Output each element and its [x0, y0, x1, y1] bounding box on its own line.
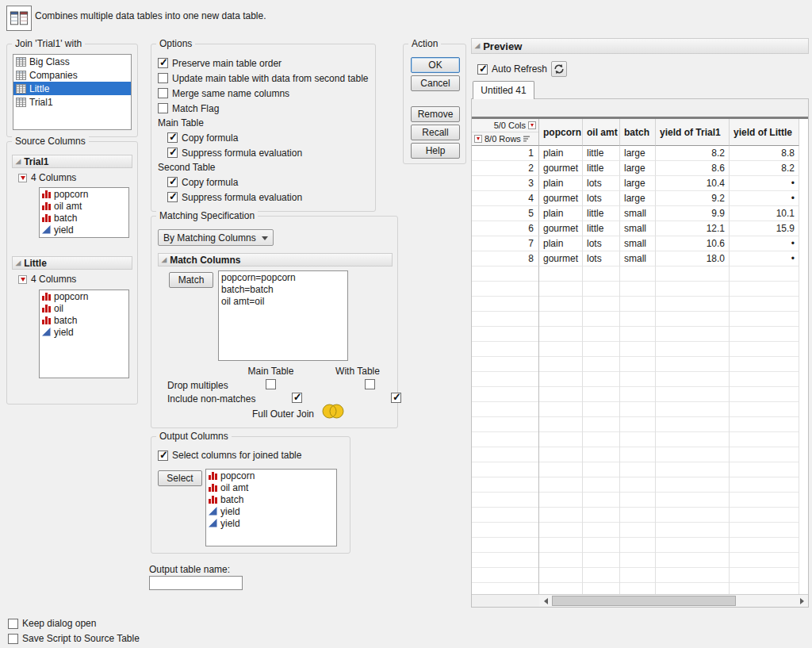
- columns-menu-icon[interactable]: [528, 121, 536, 129]
- match-flag-checkbox[interactable]: [158, 103, 168, 113]
- trial1-outline-header[interactable]: ◢ Trial1: [12, 155, 132, 168]
- column-header[interactable]: yield of Little: [730, 119, 799, 146]
- ok-button[interactable]: OK: [411, 57, 460, 73]
- table-cell[interactable]: lots: [583, 251, 620, 266]
- column-header[interactable]: batch: [620, 119, 656, 146]
- preview-outline-header[interactable]: ◢ Preview: [471, 38, 809, 54]
- table-cell[interactable]: 9.9: [656, 206, 730, 221]
- select-button[interactable]: Select: [158, 470, 202, 486]
- drop-multiples-main-checkbox[interactable]: [266, 379, 276, 389]
- table-cell[interactable]: small: [620, 236, 656, 251]
- select-columns-checkbox[interactable]: [158, 451, 168, 461]
- table-cell[interactable]: little: [583, 161, 620, 176]
- refresh-button[interactable]: [551, 61, 567, 77]
- table-cell[interactable]: 15.9: [730, 221, 799, 236]
- output-table-name-input[interactable]: [149, 576, 243, 590]
- little-outline-header[interactable]: ◢ Little: [12, 256, 132, 270]
- column-item[interactable]: yield: [40, 224, 128, 236]
- auto-refresh-checkbox[interactable]: [477, 64, 488, 75]
- main-suppress-formula-checkbox[interactable]: [167, 148, 178, 158]
- recall-button[interactable]: Recall: [411, 125, 460, 140]
- include-non-matches-with-checkbox[interactable]: [391, 393, 401, 403]
- cancel-button[interactable]: Cancel: [411, 75, 460, 91]
- table-cell[interactable]: gourmet: [539, 161, 583, 176]
- table-cell[interactable]: little: [583, 221, 620, 236]
- matching-method-dropdown[interactable]: By Matching Columns: [158, 229, 274, 246]
- column-item[interactable]: popcorn: [206, 470, 336, 481]
- join-table-item[interactable]: Little: [13, 82, 131, 95]
- table-cell[interactable]: small: [620, 206, 656, 221]
- table-cell[interactable]: •: [730, 176, 799, 191]
- column-header[interactable]: yield of Trial1: [656, 119, 730, 146]
- table-cell[interactable]: 8.2: [656, 146, 730, 161]
- merge-same-name-columns-checkbox[interactable]: [158, 88, 168, 98]
- row-number[interactable]: 8: [472, 251, 539, 266]
- table-cell[interactable]: large: [620, 161, 656, 176]
- preserve-main-table-order-checkbox[interactable]: [158, 58, 168, 68]
- table-cell[interactable]: 10.6: [656, 236, 730, 251]
- update-main-table-checkbox[interactable]: [158, 73, 168, 83]
- preview-tab[interactable]: Untitled 41: [473, 81, 534, 99]
- table-cell[interactable]: 18.0: [656, 251, 730, 266]
- column-item[interactable]: batch: [40, 314, 128, 326]
- column-item[interactable]: oil: [40, 302, 128, 314]
- row-number[interactable]: 7: [472, 236, 539, 251]
- table-cell[interactable]: •: [730, 236, 799, 251]
- scroll-left-button[interactable]: [539, 595, 552, 607]
- table-cell[interactable]: gourmet: [539, 221, 583, 236]
- column-header[interactable]: oil amt: [583, 119, 620, 146]
- table-cell[interactable]: lots: [583, 236, 620, 251]
- table-cell[interactable]: small: [620, 221, 656, 236]
- second-copy-formula-checkbox[interactable]: [167, 177, 178, 187]
- table-cell[interactable]: large: [620, 146, 656, 161]
- trial1-columns-menu[interactable]: 4 Columns: [18, 172, 76, 183]
- remove-button[interactable]: Remove: [411, 106, 460, 122]
- table-cell[interactable]: gourmet: [539, 191, 583, 206]
- drop-multiples-with-checkbox[interactable]: [365, 379, 375, 389]
- table-cell[interactable]: plain: [539, 176, 583, 191]
- table-cell[interactable]: plain: [539, 236, 583, 251]
- main-copy-formula-checkbox[interactable]: [167, 132, 178, 143]
- table-cell[interactable]: 12.1: [656, 221, 730, 236]
- table-cell[interactable]: lots: [583, 191, 620, 206]
- table-cell[interactable]: small: [620, 251, 656, 266]
- column-item[interactable]: batch: [40, 212, 128, 224]
- column-item[interactable]: batch: [206, 493, 336, 505]
- table-cell[interactable]: plain: [539, 146, 583, 161]
- match-pair[interactable]: popcorn=popcorn: [219, 271, 347, 283]
- join-table-item[interactable]: Trial1: [13, 95, 131, 109]
- table-cell[interactable]: gourmet: [539, 251, 583, 266]
- column-item[interactable]: oil amt: [40, 200, 128, 212]
- little-columns-menu[interactable]: 4 Columns: [18, 274, 76, 285]
- match-columns-outline-header[interactable]: ◢ Match Columns: [158, 253, 393, 266]
- table-cell[interactable]: 8.8: [730, 146, 799, 161]
- join-table-item[interactable]: Companies: [13, 68, 131, 82]
- scrollbar-thumb[interactable]: [552, 596, 736, 606]
- table-cell[interactable]: large: [620, 176, 656, 191]
- table-cell[interactable]: 8.2: [730, 161, 799, 176]
- match-pair[interactable]: batch=batch: [219, 283, 347, 295]
- table-cell[interactable]: 8.6: [656, 161, 730, 176]
- table-cell[interactable]: plain: [539, 206, 583, 221]
- rows-menu-icon[interactable]: [474, 135, 482, 143]
- column-item[interactable]: oil amt: [206, 481, 336, 493]
- join-table-item[interactable]: Big Class: [13, 55, 131, 68]
- table-cell[interactable]: large: [620, 191, 656, 206]
- table-cell[interactable]: 9.2: [656, 191, 730, 206]
- row-number[interactable]: 2: [472, 161, 539, 176]
- include-non-matches-main-checkbox[interactable]: [292, 393, 302, 403]
- table-cell[interactable]: 10.1: [730, 206, 799, 221]
- row-number[interactable]: 5: [472, 206, 539, 221]
- column-header[interactable]: popcorn: [539, 119, 583, 146]
- help-button[interactable]: Help: [411, 143, 460, 159]
- table-cell[interactable]: lots: [583, 176, 620, 191]
- column-item[interactable]: yield: [40, 326, 128, 338]
- row-number[interactable]: 6: [472, 221, 539, 236]
- keep-dialog-open-checkbox[interactable]: [8, 619, 18, 629]
- row-number[interactable]: 3: [472, 176, 539, 191]
- table-cell[interactable]: little: [583, 146, 620, 161]
- match-pair[interactable]: oil amt=oil: [219, 295, 347, 307]
- table-cell[interactable]: •: [730, 191, 799, 206]
- column-item[interactable]: yield: [206, 517, 336, 529]
- table-cell[interactable]: •: [730, 251, 799, 266]
